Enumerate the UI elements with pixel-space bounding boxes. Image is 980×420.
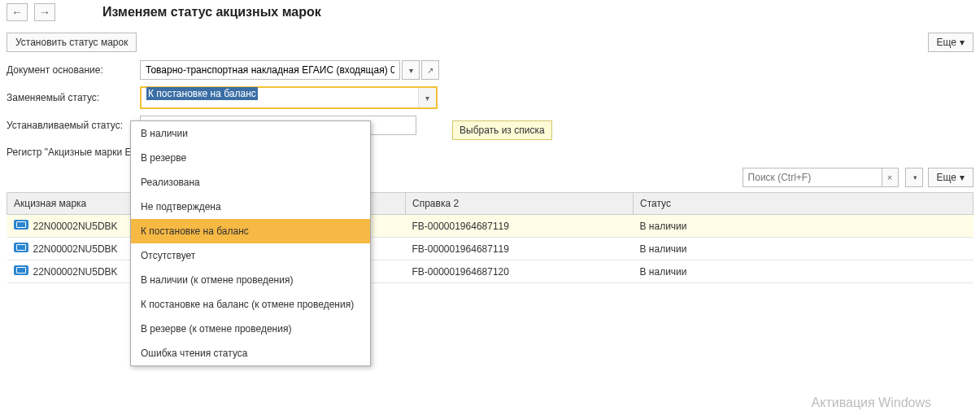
status-dropdown[interactable]: В наличииВ резервеРеализованаНе подтверж…	[130, 120, 371, 366]
dropdown-item[interactable]: В наличии	[131, 121, 370, 146]
nav-forward-button[interactable]: →	[34, 3, 55, 21]
open-icon: ↗	[427, 66, 433, 75]
mark-icon	[14, 220, 28, 230]
dropdown-item[interactable]: Реализована	[131, 170, 370, 195]
dropdown-item[interactable]: К постановке на баланс (к отмене проведе…	[131, 292, 370, 317]
dropdown-item[interactable]: Отсутствует	[131, 243, 370, 268]
doc-open-button[interactable]: ↗	[421, 60, 439, 80]
ref-value: FB-000001964687119	[406, 238, 634, 260]
col-mark-header[interactable]: Акцизная марка	[7, 193, 146, 215]
replaced-status-input[interactable]: К постановке на баланс	[142, 88, 418, 107]
svg-point-0	[911, 177, 912, 178]
status-value: В наличии	[634, 238, 973, 260]
chevron-down-icon: ▾	[913, 173, 917, 182]
replaced-status-label: Заменяемый статус:	[7, 92, 133, 103]
more-label: Еще	[937, 172, 956, 183]
status-value: В наличии	[634, 215, 973, 238]
search-clear-button[interactable]: ×	[882, 168, 898, 186]
status-value: В наличии	[634, 260, 973, 283]
ref-value: FB-000001964687120	[406, 260, 634, 283]
mark-value: 22N00002NU5DBK	[33, 266, 118, 278]
replaced-status-field[interactable]: К постановке на баланс ▾	[140, 86, 438, 109]
more-button-top[interactable]: Еще ▾	[928, 33, 973, 52]
chevron-down-icon: ▾	[425, 94, 429, 103]
col-ref-header[interactable]: Справка 2	[406, 193, 634, 215]
search-box: ×	[743, 168, 899, 187]
more-button-search[interactable]: Еще ▾	[928, 168, 973, 187]
doc-basis-row: Документ основание: ▾ ↗	[7, 60, 973, 80]
page-title: Изменяем статус акцизных марок	[102, 5, 321, 20]
ref-value: FB-000001964687119	[406, 215, 634, 238]
dropdown-item[interactable]: К постановке на баланс	[131, 219, 370, 243]
more-label: Еще	[937, 37, 956, 48]
chevron-down-icon: ▾	[960, 172, 965, 183]
dropdown-item[interactable]: Ошибка чтения статуса	[131, 341, 370, 365]
search-button[interactable]: ▾	[905, 168, 923, 187]
replaced-status-row: Заменяемый статус: К постановке на балан…	[7, 86, 973, 109]
search-icon	[911, 173, 912, 182]
dropdown-tooltip: Выбрать из списка	[452, 120, 552, 140]
replaced-status-dropdown-button[interactable]: ▾	[418, 88, 436, 107]
mark-icon	[14, 243, 28, 252]
doc-dropdown-button[interactable]: ▾	[402, 60, 420, 80]
mark-value: 22N00002NU5DBK	[33, 221, 118, 232]
search-input[interactable]	[743, 168, 882, 186]
doc-basis-label: Документ основание:	[7, 64, 133, 76]
col-status-header[interactable]: Статус	[634, 193, 973, 215]
dropdown-item[interactable]: В резерве (к отмене проведения)	[131, 317, 370, 341]
mark-icon	[14, 265, 28, 275]
doc-basis-input[interactable]	[140, 60, 400, 80]
replaced-status-value: К постановке на баланс	[146, 87, 258, 100]
set-status-button[interactable]: Установить статус марок	[7, 33, 137, 52]
mark-value: 22N00002NU5DBK	[33, 243, 118, 255]
chevron-down-icon: ▾	[960, 37, 965, 48]
close-icon: ×	[887, 173, 892, 182]
dropdown-item[interactable]: Не подтверждена	[131, 195, 370, 219]
windows-activation-watermark: Активация Windows	[812, 396, 931, 410]
set-status-label: Устанавливаемый статус:	[7, 120, 133, 131]
dropdown-item[interactable]: В наличии (к отмене проведения)	[131, 268, 370, 292]
chevron-down-icon: ▾	[409, 66, 413, 75]
nav-back-button[interactable]: ←	[7, 3, 28, 21]
dropdown-item[interactable]: В резерве	[131, 146, 370, 170]
